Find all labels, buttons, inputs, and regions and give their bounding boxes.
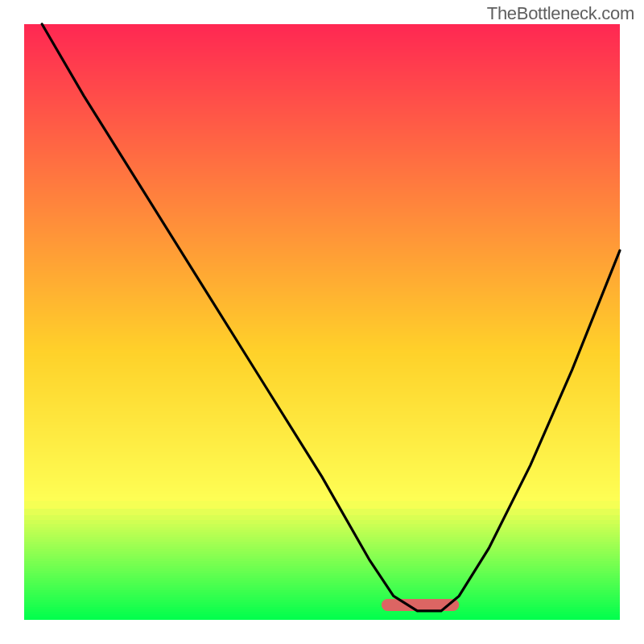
chart-svg-layer: [24, 24, 620, 620]
chart-series-line: [42, 24, 620, 611]
chart-frame: [24, 24, 620, 620]
attribution-text: TheBottleneck.com: [487, 3, 634, 24]
